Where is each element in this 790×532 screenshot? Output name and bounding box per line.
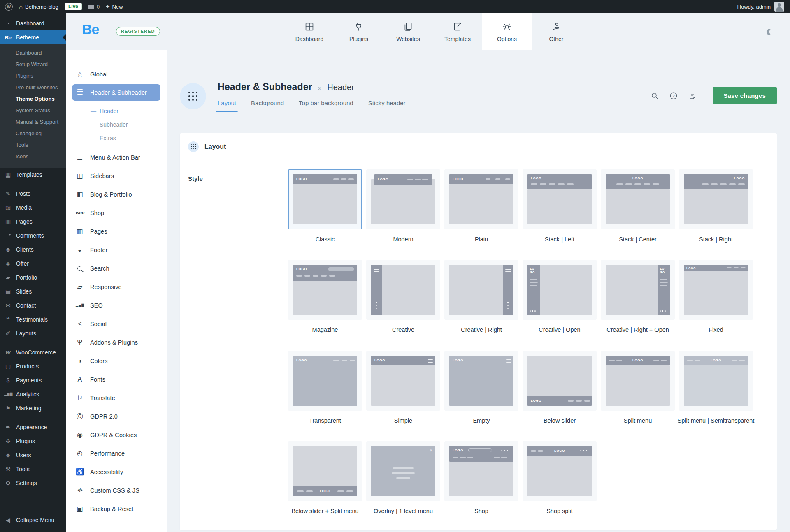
submenu-item-changelog[interactable]: Changelog bbox=[0, 127, 66, 139]
layout-option-below-slider-split-menu[interactable]: LOGOBelow slider + Split menu bbox=[288, 441, 362, 515]
layout-option-split-menu[interactable]: LOGOSplit menu bbox=[601, 351, 675, 425]
options-item-accessibility[interactable]: ♿Accessibility bbox=[66, 463, 167, 481]
sidebar-item-betheme[interactable]: BeBetheme bbox=[0, 30, 66, 44]
options-item-global[interactable]: ☆Global bbox=[66, 65, 167, 83]
options-item-social[interactable]: <Social bbox=[66, 315, 167, 333]
user-avatar[interactable] bbox=[774, 2, 784, 12]
sidebar-item-woocommerce[interactable]: WWooCommerce bbox=[0, 345, 66, 359]
sidebar-item-payments[interactable]: $Payments bbox=[0, 373, 66, 387]
nav-item-websites[interactable]: Websites bbox=[383, 13, 433, 50]
tab-top-bar-background[interactable]: Top bar background bbox=[299, 99, 353, 112]
nav-item-templates[interactable]: Templates bbox=[433, 13, 482, 50]
options-subitem-header[interactable]: —Header bbox=[66, 104, 167, 118]
sidebar-item-layouts[interactable]: ✐Layouts bbox=[0, 326, 66, 340]
options-item-custom-css-js[interactable]: </>Custom CSS & JS bbox=[66, 481, 167, 500]
sidebar-item-dashboard[interactable]: ◔Dashboard bbox=[0, 16, 66, 30]
sidebar-item-collapse-menu[interactable]: ◀Collapse Menu bbox=[0, 513, 66, 527]
layout-option-shop[interactable]: LOGOShop bbox=[444, 441, 518, 515]
layout-option-plain[interactable]: LOGOPlain bbox=[444, 169, 518, 243]
submenu-item-setup-wizard[interactable]: Setup Wizard bbox=[0, 58, 66, 70]
nav-item-other[interactable]: Other bbox=[532, 13, 581, 50]
nav-item-plugins[interactable]: Plugins bbox=[334, 13, 383, 50]
layout-option-creative[interactable]: Creative bbox=[366, 260, 440, 334]
layout-option-fixed[interactable]: LOGOFixed bbox=[679, 260, 753, 334]
sidebar-item-appearance[interactable]: ✒Appearance bbox=[0, 420, 66, 434]
layout-option-empty[interactable]: LOGOEmpty bbox=[444, 351, 518, 425]
options-item-shop[interactable]: wooShop bbox=[66, 204, 167, 222]
sidebar-item-comments[interactable]: Comments bbox=[0, 229, 66, 243]
wp-logo-menu[interactable]: W bbox=[5, 3, 13, 11]
layout-option-overlay-1-level-menu[interactable]: ×Overlay | 1 level menu bbox=[366, 441, 440, 515]
submenu-item-plugins[interactable]: Plugins bbox=[0, 70, 66, 81]
notes-button[interactable] bbox=[688, 91, 697, 100]
sidebar-item-products[interactable]: ▢Products bbox=[0, 359, 66, 373]
submenu-item-tools[interactable]: Tools bbox=[0, 139, 66, 150]
sidebar-item-slides[interactable]: ▤Slides bbox=[0, 285, 66, 298]
layout-option-simple[interactable]: LOGOSimple bbox=[366, 351, 440, 425]
layout-option-modern[interactable]: LOGOModern bbox=[366, 169, 440, 243]
options-item-menu-action-bar[interactable]: ☰Menu & Action Bar bbox=[66, 148, 167, 167]
submenu-item-manual-support[interactable]: Manual & Support bbox=[0, 116, 66, 127]
layout-option-stack-left[interactable]: LOGOStack | Left bbox=[523, 169, 597, 243]
layout-option-classic[interactable]: LOGOClassic bbox=[288, 169, 362, 243]
tab-sticky-header[interactable]: Sticky header bbox=[368, 99, 406, 112]
submenu-item-icons[interactable]: Icons bbox=[0, 150, 66, 162]
options-item-responsive[interactable]: ▱Responsive bbox=[66, 278, 167, 296]
options-subitem-extras[interactable]: —Extras bbox=[66, 131, 167, 145]
sidebar-item-portfolio[interactable]: ▰Portfolio bbox=[0, 271, 66, 285]
submenu-item-theme-options[interactable]: Theme Options bbox=[0, 93, 66, 104]
options-item-performance[interactable]: ◴Performance bbox=[66, 444, 167, 463]
options-item-backup-reset[interactable]: ▣Backup & Reset bbox=[66, 500, 167, 518]
options-item-seo[interactable]: ▂▅▇SEO bbox=[66, 296, 167, 315]
layout-option-creative-right-open[interactable]: LO GOCreative | Right + Open bbox=[601, 260, 675, 334]
options-item-addons-plugins[interactable]: ΨAddons & Plugins bbox=[66, 333, 167, 352]
layout-option-stack-center[interactable]: LOGOStack | Center bbox=[601, 169, 675, 243]
sidebar-item-analytics[interactable]: ▂▅▇Analytics bbox=[0, 387, 66, 401]
options-item-sidebars[interactable]: ◫Sidebars bbox=[66, 167, 167, 185]
layout-option-below-slider[interactable]: LOGOBelow slider bbox=[523, 351, 597, 425]
sidebar-item-users[interactable]: ☻Users bbox=[0, 448, 66, 462]
sidebar-item-settings[interactable]: ⚙Settings bbox=[0, 476, 66, 490]
tab-background[interactable]: Background bbox=[251, 99, 284, 112]
options-item-header-subheader[interactable]: Header & Subheader bbox=[72, 84, 160, 101]
nav-item-dashboard[interactable]: Dashboard bbox=[285, 13, 334, 50]
sidebar-item-offer[interactable]: ◈Offer bbox=[0, 257, 66, 271]
submenu-item-system-status[interactable]: System Status bbox=[0, 104, 66, 116]
dark-mode-toggle[interactable] bbox=[764, 28, 773, 36]
sidebar-item-tools[interactable]: ⚒Tools bbox=[0, 462, 66, 476]
sidebar-item-posts[interactable]: ✎Posts bbox=[0, 187, 66, 201]
layout-option-transparent[interactable]: LOGOTransparent bbox=[288, 351, 362, 425]
sidebar-item-media[interactable]: ▨Media bbox=[0, 201, 66, 215]
layout-option-stack-right[interactable]: LOGOStack | Right bbox=[679, 169, 753, 243]
options-item-fonts[interactable]: AFonts bbox=[66, 370, 167, 389]
sidebar-item-testimonials[interactable]: “Testimonials bbox=[0, 312, 66, 326]
options-item-gdpr-cookies[interactable]: ◉GDPR & Cookies bbox=[66, 426, 167, 444]
options-subitem-subheader[interactable]: —Subheader bbox=[66, 118, 167, 131]
options-item-search[interactable]: Search bbox=[66, 259, 167, 278]
search-button[interactable] bbox=[650, 91, 659, 100]
submenu-item-dashboard[interactable]: Dashboard bbox=[0, 47, 66, 58]
nav-item-options[interactable]: Options bbox=[482, 13, 532, 50]
options-item-pages[interactable]: ▥Pages bbox=[66, 222, 167, 241]
layout-option-creative-open[interactable]: LO GOCreative | Open bbox=[523, 260, 597, 334]
new-content-menu[interactable]: + New bbox=[106, 3, 123, 10]
layout-option-split-menu-semitransparent[interactable]: LOGOSplit menu | Semitransparent bbox=[679, 351, 753, 425]
options-item-gdpr-2-0[interactable]: ⒼGDPR 2.0 bbox=[66, 407, 167, 426]
sidebar-item-pages[interactable]: ▥Pages bbox=[0, 215, 66, 229]
sidebar-item-clients[interactable]: ☻Clients bbox=[0, 243, 66, 257]
sidebar-item-plugins[interactable]: ✢Plugins bbox=[0, 434, 66, 448]
sidebar-item-templates[interactable]: ▦Templates bbox=[0, 168, 66, 182]
options-item-blog-portfolio[interactable]: ◧Blog & Portfolio bbox=[66, 185, 167, 204]
help-button[interactable]: ? bbox=[669, 91, 678, 100]
comments-shortcut[interactable]: 0 bbox=[88, 4, 100, 10]
options-item-colors[interactable]: ◑Colors bbox=[66, 352, 167, 370]
layout-option-magazine[interactable]: LOGOMagazine bbox=[288, 260, 362, 334]
sidebar-item-marketing[interactable]: ⚑Marketing bbox=[0, 401, 66, 415]
options-item-footer[interactable]: ◒Footer bbox=[66, 241, 167, 259]
layout-option-creative-right[interactable]: Creative | Right bbox=[444, 260, 518, 334]
submenu-item-pre-built-websites[interactable]: Pre-built websites bbox=[0, 81, 66, 93]
howdy-admin-link[interactable]: Howdy, admin bbox=[737, 4, 771, 10]
tab-layout[interactable]: Layout bbox=[218, 99, 236, 112]
save-button[interactable]: Save changes bbox=[713, 87, 777, 104]
site-link[interactable]: ⌂ Betheme-blog bbox=[19, 4, 58, 10]
